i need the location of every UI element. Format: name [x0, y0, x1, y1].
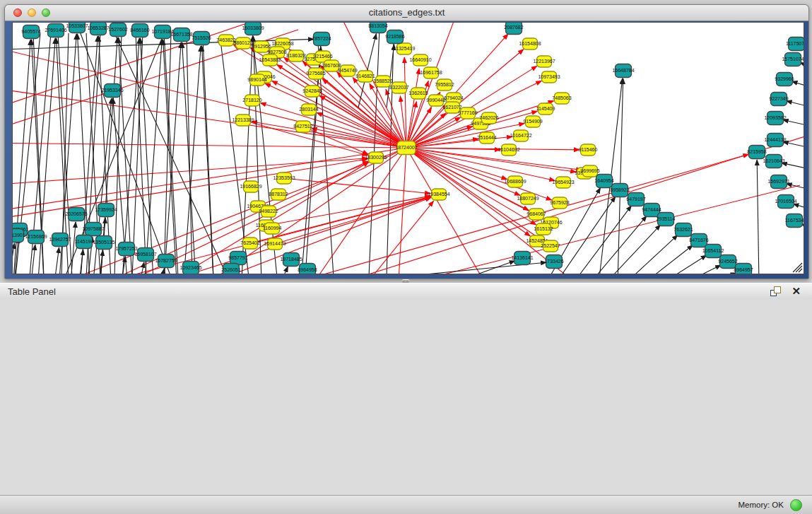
graph-node-label: 1615132 — [534, 226, 553, 231]
graph-node-label: 7515526 — [192, 35, 211, 40]
graph-node-label: 9146821 — [355, 74, 375, 78]
graph-node-label: 1527602 — [108, 27, 127, 32]
graph-node-label: 10973493 — [538, 74, 560, 79]
graph-node-label: 1145194 — [75, 239, 94, 244]
graph-node-label: 16782759 — [155, 258, 177, 263]
graph-node-label: 9275685 — [306, 71, 325, 76]
graph-node-label: 17359924 — [95, 207, 117, 212]
graph-node-label: 8964957 — [734, 267, 753, 272]
graph-node-label: 9115460 — [579, 147, 598, 152]
graph-node-label: 8860123 — [233, 40, 252, 45]
network-canvas[interactable]: 1872400774638228860123891295618226058982… — [12, 22, 804, 274]
graph-node-label: 2526051 — [221, 267, 240, 272]
graph-node-label: 19166829 — [240, 184, 261, 189]
graph-node-label: 10654112 — [702, 248, 724, 253]
window-title: citations_edges.txt — [5, 7, 808, 18]
graph-node-label: 8878312 — [269, 192, 288, 197]
network-view-window: citations_edges.txt 18724007746382288601… — [4, 4, 809, 279]
graph-node-label: 8912956 — [252, 44, 271, 49]
graph-node-label: 14136141 — [511, 255, 533, 260]
graph-node-label: 16914479 — [264, 241, 286, 246]
graph-node-label: 6479197 — [626, 197, 645, 201]
graph-node-label: 10975887 — [82, 226, 104, 231]
graph-node-label: 12353593 — [273, 175, 295, 180]
graph-node-label: 15751074 — [782, 57, 804, 62]
black-edge — [184, 46, 201, 274]
graph-node-label: 9474444 — [642, 207, 661, 212]
graph-node-label: 1640954 — [594, 178, 613, 183]
graph-node-label: 11175074 — [786, 41, 804, 46]
graph-node-label: 19384554 — [428, 192, 449, 197]
graph-node-label: 20206576 — [65, 211, 87, 216]
black-edge — [182, 42, 196, 274]
graph-node-label: 9990448 — [426, 98, 445, 103]
graph-node-label: 9154909 — [523, 119, 542, 124]
red-edge — [13, 86, 406, 148]
graph-node-label: 16958107 — [134, 252, 156, 257]
black-edge — [757, 160, 759, 274]
graph-node-label: 9498222 — [259, 209, 278, 214]
graph-node-label: 9675928 — [550, 200, 569, 205]
graph-node-label: 17957253 — [115, 246, 137, 251]
black-edge — [783, 119, 804, 127]
graph-node-label: 6794024 — [444, 95, 463, 100]
graph-node-label: 18226058 — [271, 41, 293, 46]
memory-status-indicator[interactable] — [790, 499, 802, 511]
black-edge — [562, 206, 631, 274]
graph-node-label: 18300295 — [365, 155, 387, 160]
graph-node-label: 12213389 — [232, 117, 254, 122]
black-edge — [31, 245, 35, 274]
graph-node-label: 8471676 — [689, 238, 708, 243]
graph-node-label: 7632621 — [673, 227, 693, 232]
graph-node-label: 16154808 — [519, 41, 541, 46]
table-panel-title: Table Panel — [8, 286, 56, 297]
close-panel-icon[interactable]: ✕ — [792, 285, 801, 298]
graph-node-label: 18807249 — [517, 196, 539, 201]
graph-node-label: 19718485 — [280, 257, 302, 262]
black-edge — [281, 267, 288, 274]
black-edge — [454, 261, 515, 274]
black-edge — [369, 28, 379, 274]
table-panel-header: Table Panel ✕ — [0, 283, 812, 300]
graph-node-label: 9405574 — [21, 29, 40, 34]
graph-node-label: 7857224 — [312, 36, 331, 41]
graph-node-label: 9242848 — [302, 88, 322, 93]
graph-node-label: 3913901 — [13, 233, 25, 238]
graph-node-label: 21953346 — [101, 88, 123, 93]
red-edge — [265, 83, 406, 148]
graph-node-label: 16104692 — [498, 147, 519, 152]
graph-node-label: 27691406 — [45, 28, 66, 33]
graph-node-label: 1362615 — [408, 90, 428, 95]
graph-node-label: 19654923 — [552, 180, 574, 185]
graph-node-label: 1621072 — [442, 105, 461, 110]
graph-node-label: 11325419 — [394, 46, 416, 51]
float-panel-icon[interactable] — [770, 286, 781, 296]
black-edge — [782, 163, 804, 170]
graph-node-label: 8964958 — [298, 267, 317, 272]
graph-node-label: 9218586 — [385, 34, 404, 39]
black-edge — [54, 247, 59, 274]
graph-node-label: 16543882 — [259, 57, 281, 62]
black-edge — [796, 266, 802, 272]
network-window-titlebar[interactable]: citations_edges.txt — [5, 5, 808, 21]
black-edge — [577, 216, 647, 274]
graph-node-label: 2522547 — [541, 243, 560, 248]
graph-node-label: 8186328 — [286, 53, 305, 58]
graph-node-label: 7462026 — [479, 115, 498, 120]
black-edge — [202, 46, 213, 274]
graph-node-label: 9857791 — [228, 255, 247, 260]
graph-node-label: 12093582 — [764, 115, 786, 120]
graph-node-label: 8322037 — [389, 85, 408, 90]
status-bar: Memory: OK — [0, 495, 812, 514]
black-edge — [141, 38, 153, 274]
graph-node-label: 2087682 — [504, 25, 523, 30]
graph-node-label: 2803144 — [299, 107, 318, 112]
graph-node-label: 16961758 — [420, 70, 442, 75]
graph-node-label: 9890144 — [247, 77, 266, 82]
graph-node-label: 9227349 — [769, 96, 788, 101]
graph-node-label: 12444138 — [764, 137, 786, 142]
graph-node-label: 16210643 — [763, 158, 784, 163]
network-graph: 1872400774638228860123891295618226058982… — [13, 23, 804, 274]
black-edge — [793, 204, 804, 210]
graph-node-label: 2935114 — [657, 216, 676, 221]
